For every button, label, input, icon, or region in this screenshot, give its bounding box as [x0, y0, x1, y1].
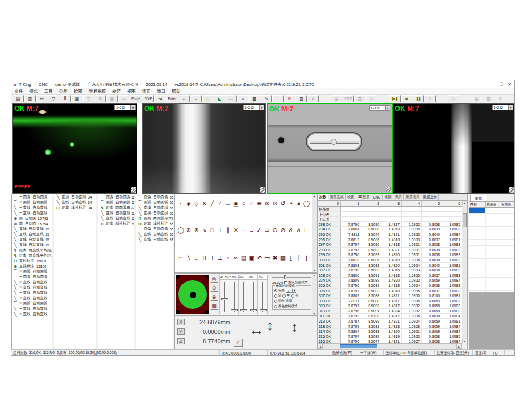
- table-row[interactable]: 314 OK7.88048.50881.48201.09310.80691.09…: [318, 329, 462, 334]
- list-item[interactable]: ⌒圆弧自动圆弧55: [98, 200, 134, 205]
- scroll-down-icon[interactable]: ▼: [313, 269, 316, 272]
- circle-slash-tool-icon[interactable]: ⊘: [279, 226, 287, 234]
- list-item[interactable]: ╲***直线自动直线: [12, 279, 52, 285]
- box-tool-icon[interactable]: ▭: [263, 254, 271, 261]
- level-radio-0[interactable]: [274, 294, 277, 298]
- run-button[interactable]: ⚡: [425, 95, 436, 102]
- menu-item-2[interactable]: 工具: [41, 88, 56, 94]
- list-item[interactable]: ╲***直线自动直线: [12, 295, 52, 301]
- slider-track[interactable]: [229, 280, 238, 314]
- list-item[interactable]: ⌒圆弧自动圆弧55: [136, 194, 173, 200]
- tab-次数[interactable]: 次数: [318, 194, 328, 200]
- save-2-button[interactable]: ▤: [331, 95, 342, 102]
- scroll-up-icon[interactable]: ▲: [313, 194, 316, 197]
- table-row[interactable]: 298 OK7.87978.50931.48211.09310.80381.09…: [318, 248, 462, 253]
- ring-inner-button[interactable]: ⊙: [210, 284, 218, 292]
- ring-all-button[interactable]: ▦: [210, 302, 218, 310]
- ibeam-tool-icon[interactable]: Ι: [209, 254, 216, 261]
- menu-item-8[interactable]: 设置: [139, 88, 154, 94]
- parallel-tool-icon[interactable]: ∥: [225, 226, 232, 234]
- table-row[interactable]: 316 OK7.87968.50771.48211.09270.80581.09…: [318, 339, 462, 343]
- list-item[interactable]: ╲直线自动直线34: [54, 194, 96, 200]
- blank-button[interactable]: [272, 95, 284, 102]
- level-radio-2[interactable]: [291, 294, 294, 298]
- height-tool-icon[interactable]: Η: [201, 254, 208, 261]
- camera-view-4[interactable]: OK M:7 1=212▼: [393, 103, 515, 194]
- scroll-down-icon[interactable]: ▼: [313, 312, 316, 315]
- stage-move-button[interactable]: ↦: [36, 95, 47, 102]
- pillar-2-button[interactable]: ⇅: [95, 95, 106, 102]
- undo-tool-icon[interactable]: ↶: [256, 254, 263, 261]
- list-item[interactable]: ╲直线自动直线66: [98, 210, 134, 216]
- pick-point-tool-icon[interactable]: ◈: [185, 200, 193, 207]
- table-row[interactable]: 303 OK7.88068.50911.48181.09350.80371.09…: [318, 273, 462, 278]
- list-item[interactable]: ╲直线自动直线55: [136, 237, 173, 242]
- light-slider-1[interactable]: 40.0%: [219, 275, 229, 314]
- tab-elements[interactable]: 图元: [470, 195, 486, 201]
- delete-tool-icon[interactable]: ✖: [271, 254, 279, 261]
- camera4-selector-dropdown[interactable]: 1=212▼: [492, 105, 513, 110]
- position-tool-icon[interactable]: ♀: [225, 254, 232, 261]
- line-2-tool-icon[interactable]: ∕: [217, 200, 224, 207]
- arrow-right-button[interactable]: →: [190, 95, 202, 102]
- list-item[interactable]: ╲直线自动直线15: [12, 237, 52, 242]
- camera-view-1[interactable]: OK M:7 1=212▼ FFFFF: [12, 103, 137, 194]
- table-row[interactable]: 305 OK7.87968.50891.48181.09340.80381.09…: [318, 283, 462, 289]
- slider-track[interactable]: [258, 280, 267, 314]
- diagonal-move-button[interactable]: ∠: [234, 339, 243, 347]
- list-item[interactable]: [469, 259, 515, 265]
- corner-tl-tool-icon[interactable]: ⌈: [295, 254, 302, 261]
- tab-测量结果[interactable]: 测量结果: [404, 194, 421, 200]
- list-item[interactable]: ╲直线自动直线55: [136, 232, 173, 237]
- color-mode-radio[interactable]: [274, 305, 277, 308]
- circle-minus-tool-icon[interactable]: ⊖: [271, 226, 279, 234]
- light-slider-2[interactable]: 0.0%: [229, 275, 239, 314]
- folder-button[interactable]: ▥: [354, 95, 365, 102]
- scroll-up-icon[interactable]: ▲: [462, 201, 467, 205]
- slider-thumb[interactable]: [240, 309, 247, 311]
- list-item[interactable]: ⌒***圆弧自动圆弧: [12, 200, 52, 205]
- rect-scan-tool-icon[interactable]: ▣: [232, 200, 239, 207]
- ring-tool-icon[interactable]: ⊕: [185, 226, 193, 234]
- list-item[interactable]: ╲***直线自动直线: [12, 290, 52, 295]
- list-item[interactable]: ↯距离两圆弧最大距离: [98, 205, 134, 210]
- pillar-button[interactable]: Ⅱ: [60, 95, 71, 102]
- list-item[interactable]: ⌒圆弧自动圆弧55: [136, 200, 173, 205]
- light-slider-4[interactable]: 0%: [248, 275, 258, 314]
- slider-thumb[interactable]: [231, 309, 238, 311]
- camera2-selector-dropdown[interactable]: 1=212▼: [243, 105, 264, 110]
- list-item[interactable]: ╲***直线自动直线: [12, 306, 52, 311]
- circle-tool-icon[interactable]: ○: [240, 200, 247, 207]
- arc-tool-icon[interactable]: ↺: [279, 200, 287, 207]
- enter-button[interactable]: Enter: [166, 95, 178, 102]
- table-row[interactable]: 315 OK7.87978.50891.48191.09330.80581.09…: [318, 334, 462, 340]
- scroll-right-icon[interactable]: ▶: [456, 344, 462, 349]
- light-bulb-button[interactable]: ☼: [202, 95, 213, 102]
- play-disabled-button[interactable]: ▷: [366, 95, 377, 102]
- list-item[interactable]: [469, 284, 515, 291]
- dash-button[interactable]: - -: [226, 95, 237, 102]
- play-to-end-button[interactable]: ▶▮: [389, 95, 401, 102]
- ring-light-preview[interactable]: [176, 275, 209, 314]
- results-horizontal-scrollbar[interactable]: ◀ ▶: [318, 343, 462, 349]
- delete-small-button[interactable]: ✕: [495, 95, 506, 102]
- direction-radio[interactable]: [274, 300, 277, 303]
- slider-thumb[interactable]: [221, 298, 228, 300]
- list-item[interactable]: ╲***直线自动直线: [12, 311, 52, 317]
- ellipse-tool-icon[interactable]: ◯: [303, 200, 310, 207]
- table-row[interactable]: 313 OK7.87998.50811.48181.09280.80591.09…: [318, 324, 462, 330]
- circle-scan-tool-icon[interactable]: ◌: [248, 200, 255, 207]
- list-item[interactable]: ⌒圆弧自动圆弧55: [136, 226, 173, 232]
- image-button[interactable]: ◣: [214, 95, 225, 102]
- h-distance-tool-icon[interactable]: ⊢: [177, 254, 185, 261]
- gray-image-button[interactable]: ▦: [71, 95, 82, 102]
- pie-tool-icon[interactable]: ◕: [295, 200, 302, 207]
- list-item[interactable]: ╲***直线自动直线: [12, 205, 52, 210]
- datum-tool-icon[interactable]: ∟: [193, 254, 201, 261]
- list-item[interactable]: [469, 227, 515, 233]
- menu-item-4[interactable]: 绘图: [71, 88, 86, 94]
- list-item[interactable]: ╲直线自动直线15: [12, 232, 52, 237]
- scroll-left-icon[interactable]: ◀: [318, 344, 323, 349]
- grid-tool-icon[interactable]: ▦: [279, 254, 287, 261]
- table-row[interactable]: 309 OK7.87978.50901.48171.09320.80581.09…: [318, 303, 462, 309]
